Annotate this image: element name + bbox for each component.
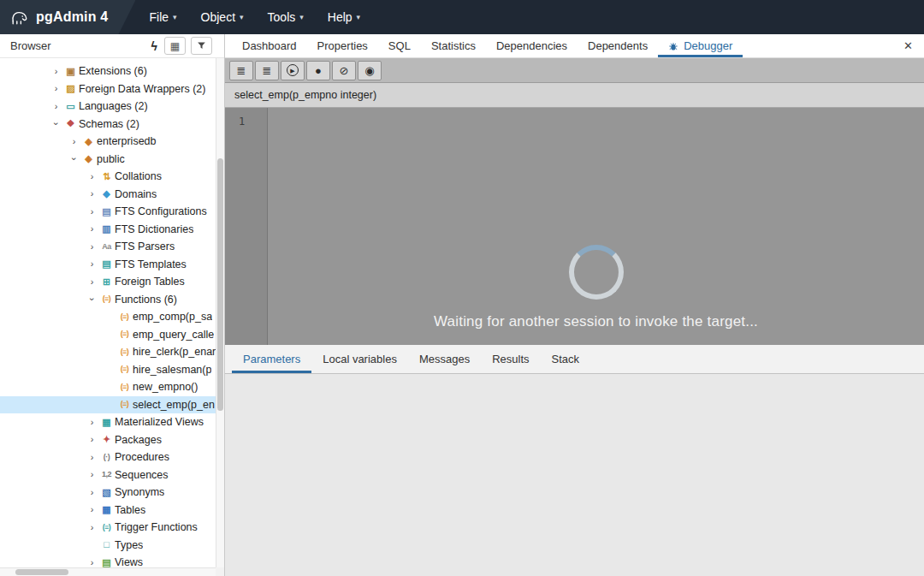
tab-dependents[interactable]: Dependents: [578, 34, 658, 57]
tree-item-hire-clerk-p-enar[interactable]: (≡)hire_clerk(p_enar: [0, 343, 216, 361]
tree-item-synonyms[interactable]: ›▧Synonyms: [0, 484, 216, 502]
step-over-button[interactable]: ≣: [255, 61, 279, 80]
chevron-right-icon[interactable]: ›: [86, 470, 98, 479]
tree-item-label: new_empno(): [133, 381, 198, 393]
tree-item-label: Tables: [115, 504, 145, 516]
scrollbar-thumb[interactable]: [217, 158, 223, 411]
toggle-breakpoint-button[interactable]: ◉: [358, 61, 382, 80]
tree-item-select-emp-p-en[interactable]: (≡)select_emp(p_en: [0, 396, 216, 414]
tree-horizontal-scrollbar[interactable]: [0, 567, 216, 576]
chevron-right-icon[interactable]: ›: [86, 277, 98, 287]
tree-item-foreign-tables[interactable]: ›⊞Foreign Tables: [0, 273, 216, 291]
tab-messages[interactable]: Messages: [408, 345, 481, 373]
menu-help[interactable]: Help▾: [328, 10, 360, 24]
function-signature: select_emp(p_empno integer): [225, 83, 924, 108]
tree-item-tables[interactable]: ›▦Tables: [0, 502, 216, 520]
tree-item-schemas-2[interactable]: ›❖Schemas (2): [0, 116, 216, 134]
tree-item-foreign-data-wrappers-2[interactable]: ›▨Foreign Data Wrappers (2): [0, 80, 216, 98]
tree-item-label: Sequences: [115, 469, 169, 481]
tree-item-packages[interactable]: ›✦Packages: [0, 431, 216, 449]
chevron-right-icon[interactable]: ›: [86, 207, 98, 217]
chevron-down-icon[interactable]: ›: [87, 293, 97, 306]
filter-button[interactable]: [191, 37, 212, 55]
tree-item-views[interactable]: ›▤Views: [0, 554, 216, 567]
tree-item-fts-configurations[interactable]: ›▤FTS Configurations: [0, 203, 216, 221]
chevron-right-icon[interactable]: ›: [86, 453, 98, 462]
tree-item-label: Types: [115, 539, 143, 551]
tree-item-fts-dictionaries[interactable]: ›▥FTS Dictionaries: [0, 221, 216, 239]
chevron-right-icon[interactable]: ›: [86, 259, 98, 269]
close-icon[interactable]: ✕: [903, 39, 913, 52]
stop-button[interactable]: ●: [306, 61, 330, 80]
chevron-down-icon[interactable]: ›: [69, 152, 79, 165]
schemas-icon: ❖: [62, 119, 79, 128]
menu-file[interactable]: File▾: [149, 10, 176, 24]
tree-item-languages-2[interactable]: ›▭Languages (2): [0, 98, 216, 116]
pgadmin-window: pgAdmin 4 File▾Object▾Tools▾Help▾ Browse…: [0, 0, 924, 576]
chevron-right-icon[interactable]: ›: [50, 102, 62, 111]
tree-item-public[interactable]: ›◈public: [0, 151, 216, 169]
tree-item-types[interactable]: □Types: [0, 537, 216, 555]
menu-object[interactable]: Object▾: [201, 10, 244, 24]
chevron-right-icon[interactable]: ›: [50, 84, 62, 93]
tab-parameters[interactable]: Parameters: [232, 345, 311, 373]
foreign-table-icon: ⊞: [98, 277, 115, 287]
chevron-right-icon[interactable]: ›: [86, 505, 98, 514]
tree-vertical-scrollbar[interactable]: [216, 58, 224, 567]
chevron-right-icon[interactable]: ›: [86, 172, 98, 181]
tab-debugger[interactable]: Debugger: [658, 34, 743, 57]
tree-item-label: FTS Parsers: [115, 240, 175, 252]
tree-item-sequences[interactable]: ›1,2Sequences: [0, 466, 216, 484]
tree-item-enterprisedb[interactable]: ›◈enterprisedb: [0, 133, 216, 151]
chevron-right-icon[interactable]: ›: [86, 418, 98, 427]
chevron-right-icon[interactable]: ›: [86, 488, 98, 497]
tree-item-procedures[interactable]: ›(·)Procedures: [0, 448, 216, 466]
tree-item-hire-salesman-p[interactable]: (≡)hire_salesman(p: [0, 361, 216, 379]
tree-item-label: FTS Dictionaries: [115, 223, 193, 235]
tree-item-fts-templates[interactable]: ›▤FTS Templates: [0, 256, 216, 274]
query-tool-icon[interactable]: ϟ: [150, 39, 159, 53]
cancel-button[interactable]: ⊘: [332, 61, 356, 80]
continue-button[interactable]: ▶: [281, 61, 305, 80]
tab-stack[interactable]: Stack: [541, 345, 591, 373]
tree-item-trigger-functions[interactable]: ›(≡)Trigger Functions: [0, 519, 216, 537]
chevron-right-icon[interactable]: ›: [86, 242, 98, 252]
step-into-button[interactable]: ≣: [229, 61, 253, 80]
tree-item-new-empno[interactable]: (≡)new_empno(): [0, 378, 216, 396]
view-data-button[interactable]: ▦: [164, 37, 186, 55]
tab-dependencies[interactable]: Dependencies: [486, 34, 578, 57]
tree-item-materialized-views[interactable]: ›▦Materialized Views: [0, 413, 216, 431]
menu-bar: File▾Object▾Tools▾Help▾: [149, 10, 360, 24]
function-icon: (≡): [116, 348, 133, 356]
chevron-right-icon[interactable]: ›: [86, 224, 98, 234]
tab-results[interactable]: Results: [481, 345, 540, 373]
tree-item-emp-query-calle[interactable]: (≡)emp_query_calle: [0, 326, 216, 344]
menu-tools[interactable]: Tools▾: [268, 10, 304, 24]
chevron-right-icon[interactable]: ›: [86, 523, 98, 532]
chevron-right-icon[interactable]: ›: [50, 67, 62, 76]
tab-label: Local variables: [323, 353, 397, 365]
schema-icon: ◈: [80, 154, 97, 163]
chevron-down-icon: ▾: [173, 13, 177, 21]
tab-properties[interactable]: Properties: [307, 34, 378, 57]
tab-statistics[interactable]: Statistics: [421, 34, 486, 57]
toggle-breakpoint-icon: ◉: [364, 65, 374, 76]
scrollbar-thumb[interactable]: [15, 569, 68, 575]
tree-item-functions-6[interactable]: ›(≡)Functions (6): [0, 291, 216, 309]
chevron-right-icon[interactable]: ›: [86, 189, 98, 199]
tree-item-domains[interactable]: ›◆Domains: [0, 186, 216, 204]
tab-dashboard[interactable]: Dashboard: [232, 34, 307, 57]
debugger-bottom-tab-bar: ParametersLocal variablesMessagesResults…: [225, 345, 924, 374]
chevron-right-icon[interactable]: ›: [68, 137, 80, 146]
tree-item-fts-parsers[interactable]: ›AaFTS Parsers: [0, 238, 216, 256]
tree-item-label: Extensions (6): [79, 65, 147, 77]
chevron-right-icon[interactable]: ›: [86, 558, 98, 567]
main-panel: DashboardPropertiesSQLStatisticsDependen…: [225, 34, 924, 576]
tree-item-emp-comp-p-sa[interactable]: (≡)emp_comp(p_sa: [0, 308, 216, 326]
tree-item-collations[interactable]: ›⇅Collations: [0, 168, 216, 186]
tree-item-extensions-6[interactable]: ›▣Extensions (6): [0, 62, 216, 80]
chevron-right-icon[interactable]: ›: [86, 435, 98, 444]
tab-sql[interactable]: SQL: [378, 34, 421, 57]
chevron-down-icon[interactable]: ›: [51, 117, 61, 130]
tab-local-variables[interactable]: Local variables: [311, 345, 408, 373]
